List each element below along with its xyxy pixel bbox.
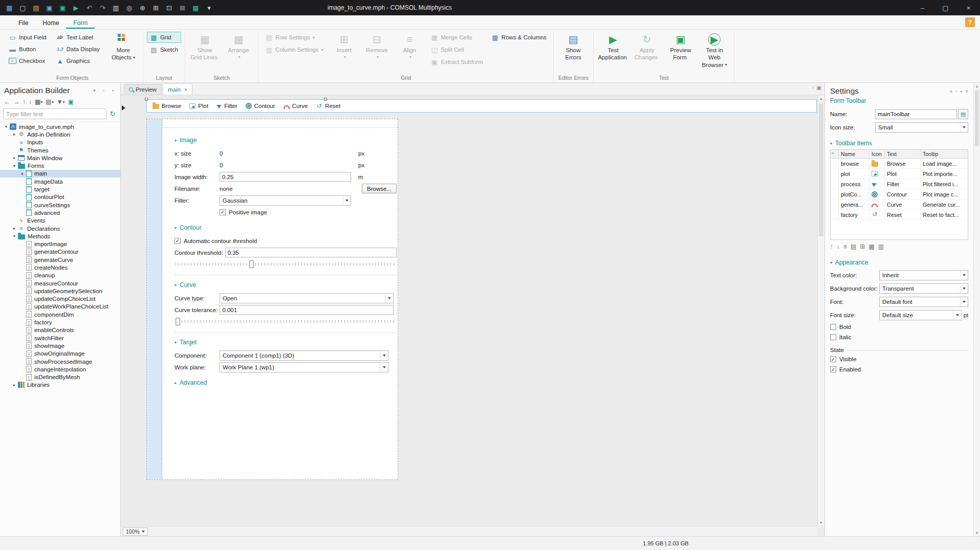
- open-file-icon[interactable]: ▤: [30, 2, 42, 13]
- toolbar-item-row[interactable]: plot Plot Plot importe...: [831, 169, 968, 179]
- form-editor-icon[interactable]: ▣: [67, 97, 75, 106]
- browse-button[interactable]: Browse: [148, 102, 185, 110]
- scrollbar-thumb[interactable]: [975, 90, 979, 146]
- plot-button[interactable]: Plot: [185, 102, 212, 110]
- rename-button[interactable]: ▤: [958, 109, 968, 119]
- ribbon-tab[interactable]: Home: [35, 16, 66, 29]
- scrollbar-thumb[interactable]: [819, 103, 823, 236]
- enabled-checkbox[interactable]: [830, 366, 836, 372]
- pin-panel-icon[interactable]: ▪: [110, 87, 116, 94]
- scroll-down-icon[interactable]: ▾: [820, 520, 822, 525]
- tree-item[interactable]: ▾ Methods: [0, 232, 120, 240]
- ribbon-button[interactable]: ▭ Input Field: [6, 32, 52, 43]
- load-items-icon[interactable]: ▦: [868, 243, 874, 250]
- tab-main[interactable]: main ×: [163, 83, 192, 95]
- move-up-icon[interactable]: ↑: [830, 243, 833, 250]
- scroll-up-icon[interactable]: ▴: [976, 84, 978, 89]
- comsol-logo-icon[interactable]: ▦: [3, 2, 16, 13]
- ribbon-button[interactable]: ⊞ Insert ▾: [328, 32, 360, 61]
- section-header-contour[interactable]: ▾ Contour: [175, 224, 397, 231]
- tree-item[interactable]: ▸ main: [0, 170, 120, 178]
- work-plane-select[interactable]: Work Plane 1 (wp1): [220, 362, 388, 372]
- section-header-advanced[interactable]: ▸ Advanced: [175, 379, 397, 386]
- form-name-input[interactable]: [875, 109, 957, 119]
- tree-item[interactable]: ▾ image_to_curve.mph: [0, 123, 120, 130]
- curve-type-select[interactable]: Open: [220, 293, 394, 303]
- expander-icon[interactable]: ▾: [11, 164, 17, 168]
- expander-icon[interactable]: ▾: [11, 234, 17, 238]
- edit-item-icon[interactable]: ▤: [851, 243, 856, 250]
- curve-tolerance-input[interactable]: [220, 305, 394, 315]
- tree-item[interactable]: isDefinedByMesh: [0, 373, 120, 381]
- move-down-icon[interactable]: ↓: [27, 97, 33, 106]
- filter-button[interactable]: Filter: [212, 102, 242, 110]
- tree-item[interactable]: imageData: [0, 178, 120, 185]
- ribbon-button[interactable]: ▲ Graphics: [53, 55, 105, 67]
- zoom-box-icon[interactable]: ⊞: [149, 2, 162, 13]
- ribbon-button[interactable]: ▬ Button: [6, 43, 52, 55]
- float-panel-icon[interactable]: ▫: [100, 87, 107, 94]
- filter-input[interactable]: [3, 108, 106, 119]
- bold-checkbox[interactable]: [830, 324, 836, 330]
- show-hide-sections-icon[interactable]: «: [950, 89, 953, 94]
- column-header[interactable]: Tooltip: [921, 150, 968, 158]
- section-header-curve[interactable]: ▾ Curve: [175, 281, 397, 289]
- column-header[interactable]: Text: [885, 150, 921, 158]
- tree-item[interactable]: curveSettings: [0, 201, 120, 209]
- ribbon-button[interactable]: ▦ Grid: [147, 32, 181, 43]
- run-icon[interactable]: ▶: [70, 2, 82, 13]
- curve-button[interactable]: Curve: [279, 102, 312, 110]
- close-tab-icon[interactable]: ×: [184, 86, 187, 93]
- add-item-icon[interactable]: ⊞: [860, 243, 865, 250]
- ribbon-button[interactable]: ▣ Preview Form: [665, 32, 696, 61]
- toolbar-item-row[interactable]: genera... Curve Generate cur...: [831, 200, 968, 210]
- save-to-icon[interactable]: ▣: [56, 2, 69, 13]
- settings-scrollbar[interactable]: ▴ ▾: [973, 83, 980, 536]
- expander-icon[interactable]: ▸: [11, 132, 17, 137]
- refresh-icon[interactable]: ↻: [108, 110, 117, 118]
- expander-icon[interactable]: ▸: [11, 156, 17, 160]
- tree-item[interactable]: componentDim: [0, 311, 120, 318]
- tree-item[interactable]: importImage: [0, 240, 120, 248]
- ribbon-button[interactable]: ◫ Split Cell: [427, 44, 486, 55]
- help-button[interactable]: ?: [965, 17, 975, 27]
- tree-item[interactable]: showProcessedImage: [0, 358, 120, 365]
- tab-preview[interactable]: Preview: [124, 84, 162, 95]
- tree-item[interactable]: switchFilter: [0, 334, 120, 342]
- toolbar-item-row[interactable]: plotCo... Contour Plot image c...: [831, 189, 968, 200]
- vertical-scrollbar[interactable]: ▴ ▾: [817, 95, 824, 526]
- delete-icon[interactable]: ⊠: [176, 2, 189, 13]
- tree-item[interactable]: Themes: [0, 146, 120, 154]
- expander-icon[interactable]: ▾: [3, 124, 9, 129]
- image-width-input[interactable]: [220, 172, 351, 182]
- screenshot-icon[interactable]: ⊡: [163, 2, 176, 13]
- component-select[interactable]: Component 1 (comp1) (3D): [220, 350, 388, 361]
- tree-item[interactable]: Inputs: [0, 139, 120, 146]
- slider-thumb[interactable]: [176, 318, 180, 325]
- expander-icon[interactable]: ▸: [11, 226, 17, 231]
- tree-item[interactable]: generateCurve: [0, 256, 120, 263]
- ribbon-tab[interactable]: File: [11, 16, 35, 29]
- ribbon-button[interactable]: ▶ Test Application: [597, 32, 629, 61]
- tree-item[interactable]: updateGeometrySelection: [0, 287, 120, 295]
- visible-checkbox[interactable]: [830, 356, 836, 362]
- ribbon-button[interactable]: ▩ Arrange ▾: [223, 32, 254, 61]
- selection-handle[interactable]: [145, 98, 148, 101]
- back-icon[interactable]: ←: [3, 97, 12, 106]
- scroll-down-icon[interactable]: ▾: [974, 531, 980, 535]
- filename-browse-button[interactable]: Browse...: [362, 184, 397, 193]
- contour-threshold-slider[interactable]: [175, 260, 397, 269]
- icon-size-select[interactable]: Small: [875, 122, 968, 133]
- maximize-editor-icon[interactable]: ▣: [817, 85, 821, 91]
- float-settings-icon[interactable]: ▫: [955, 89, 957, 94]
- slider-thumb[interactable]: [249, 260, 254, 268]
- save-icon[interactable]: ▣: [43, 2, 56, 13]
- forward-icon[interactable]: →: [12, 97, 21, 106]
- filter-options-icon[interactable]: ▼ ▾: [55, 97, 67, 106]
- restore-layout-icon[interactable]: ▫: [812, 85, 814, 91]
- tree-item[interactable]: ▸ Declarations: [0, 225, 120, 232]
- tree-item[interactable]: updateWorkPlaneChoiceList: [0, 303, 120, 311]
- form-grid-area[interactable]: ▾ Image x: size 0 px y: size 0 px Image …: [146, 119, 398, 480]
- curve-tolerance-slider[interactable]: [175, 317, 397, 326]
- italic-checkbox[interactable]: [830, 334, 836, 340]
